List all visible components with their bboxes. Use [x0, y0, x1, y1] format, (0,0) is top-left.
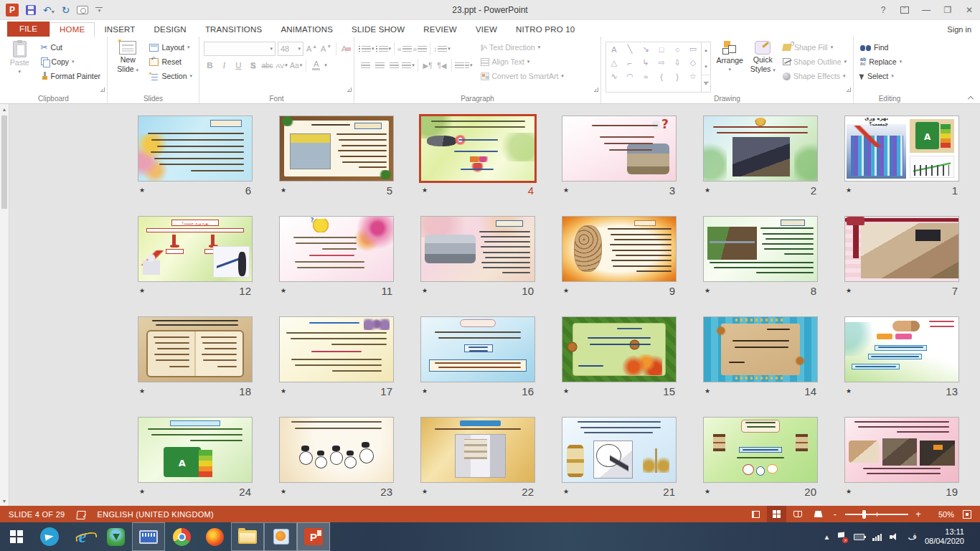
slide-thumbnail-24[interactable]: A: [138, 417, 253, 483]
shape-13[interactable]: ◠: [622, 70, 638, 83]
slide-thumbnail-8[interactable]: [703, 216, 818, 282]
copy-button[interactable]: Copy▾: [39, 55, 103, 69]
shape-2[interactable]: ↘: [638, 42, 654, 56]
reading-view-button[interactable]: [788, 506, 807, 522]
zoom-out-button[interactable]: -: [829, 509, 841, 519]
character-spacing-button[interactable]: AV▾: [275, 59, 288, 72]
save-icon[interactable]: [26, 5, 36, 15]
spell-check-icon[interactable]: [77, 510, 86, 519]
shape-3[interactable]: □: [654, 42, 669, 56]
tab-file[interactable]: FILE: [7, 22, 50, 37]
slide-thumbnail-20[interactable]: [703, 417, 818, 483]
align-right-button[interactable]: [387, 59, 400, 72]
power-icon[interactable]: [854, 534, 864, 540]
cut-button[interactable]: ✂ Cut: [39, 40, 103, 55]
taskbar-chrome[interactable]: [165, 522, 198, 551]
gallery-more-icon[interactable]: ▼: [702, 75, 710, 92]
taskbar-download-manager[interactable]: [99, 522, 132, 551]
slide-thumbnail-4[interactable]: [420, 116, 535, 182]
slide-thumbnail-17[interactable]: [279, 316, 394, 382]
network-signal-icon[interactable]: [872, 533, 882, 541]
taskbar-internet-explorer[interactable]: e: [66, 522, 99, 551]
taskbar-firefox[interactable]: [198, 522, 231, 551]
undo-icon[interactable]: ↶▾: [43, 5, 55, 15]
slide-thumbnail-11[interactable]: ?: [279, 216, 394, 282]
shape-1[interactable]: ╲: [622, 42, 638, 56]
help-button[interactable]: ?: [872, 1, 894, 19]
shape-5[interactable]: ▭: [685, 42, 701, 56]
zoom-in-button[interactable]: +: [913, 509, 924, 519]
shape-14[interactable]: ≈: [638, 70, 654, 83]
normal-view-button[interactable]: [746, 506, 765, 522]
customize-qat-icon[interactable]: ▾: [95, 7, 103, 13]
collapse-ribbon-icon[interactable]: [968, 95, 974, 100]
tab-slide-show[interactable]: SLIDE SHOW: [342, 23, 414, 37]
reset-button[interactable]: Reset: [147, 55, 194, 69]
slide-thumbnail-22[interactable]: [420, 417, 535, 483]
shape-outline-button[interactable]: Shape Outline▾: [781, 55, 849, 69]
font-color-button[interactable]: A: [310, 59, 322, 72]
redo-icon[interactable]: ↻: [62, 5, 70, 15]
slide-thumbnail-13[interactable]: [844, 316, 959, 382]
shrink-font-button[interactable]: A▼: [320, 42, 332, 55]
taskbar-powerpoint[interactable]: P: [297, 522, 330, 551]
section-button[interactable]: Section▾: [147, 69, 194, 83]
find-button[interactable]: Find: [858, 40, 904, 55]
select-button[interactable]: Select▾: [858, 69, 904, 83]
layout-button[interactable]: Layout▾: [147, 40, 194, 55]
minimize-button[interactable]: —: [915, 1, 937, 19]
bold-button[interactable]: B: [204, 59, 216, 72]
volume-icon[interactable]: [890, 533, 900, 541]
slide-thumbnail-2[interactable]: [703, 116, 818, 182]
shape-fill-button[interactable]: Shape Fill▾: [781, 40, 849, 55]
zoom-slider[interactable]: [845, 514, 908, 515]
slide-thumbnail-21[interactable]: [562, 417, 677, 483]
align-center-button[interactable]: [373, 59, 386, 72]
slide-thumbnail-5[interactable]: [279, 116, 394, 182]
taskbar-file-explorer[interactable]: [231, 522, 264, 551]
scroll-down-icon[interactable]: ▼: [0, 496, 9, 506]
tab-view[interactable]: VIEW: [466, 23, 507, 37]
shape-16[interactable]: }: [669, 70, 685, 83]
font-dialog-launcher-icon[interactable]: [347, 87, 352, 93]
shape-effects-button[interactable]: Shape Effects▾: [781, 69, 849, 83]
slideshow-view-button[interactable]: [809, 506, 828, 522]
clear-formatting-button[interactable]: A: [340, 42, 352, 55]
taskbar-onscreen-keyboard[interactable]: [132, 522, 165, 551]
zoom-level[interactable]: 50%: [928, 510, 954, 519]
text-direction-button[interactable]: ∥A Text Direction▾: [479, 40, 566, 55]
bullets-button[interactable]: ▾: [359, 42, 374, 55]
align-text-button[interactable]: Align Text▾: [479, 55, 566, 69]
paste-button[interactable]: Paste ▾: [4, 39, 35, 93]
tab-design[interactable]: DESIGN: [145, 23, 196, 37]
new-slide-button[interactable]: New Slide ▾: [112, 39, 143, 93]
italic-button[interactable]: I: [218, 59, 230, 72]
convert-to-smartart-button[interactable]: Convert to SmartArt▾: [479, 69, 566, 83]
line-spacing-button[interactable]: ↕▾: [433, 42, 451, 55]
tab-nitro-pro-10[interactable]: NITRO PRO 10: [507, 23, 584, 37]
quick-styles-button[interactable]: Quick Styles ▾: [749, 39, 777, 93]
shape-6[interactable]: △: [606, 56, 622, 70]
shape-10[interactable]: ⇩: [669, 56, 685, 70]
shape-9[interactable]: ⇨: [654, 56, 669, 70]
slide-thumbnail-15[interactable]: [562, 316, 677, 382]
justify-button[interactable]: ▾: [402, 59, 415, 72]
font-size-combo[interactable]: 48▾: [278, 42, 303, 56]
shape-11[interactable]: ◇: [685, 56, 701, 70]
slide-thumbnail-12[interactable]: بهره وری چیست؟: [138, 216, 253, 282]
decrease-indent-button[interactable]: «: [397, 42, 412, 55]
underline-button[interactable]: U: [232, 59, 245, 72]
font-name-combo[interactable]: ▾: [204, 42, 275, 56]
action-center-flag-icon[interactable]: [838, 532, 846, 542]
close-button[interactable]: ✕: [958, 1, 980, 19]
strikethrough-button[interactable]: abc: [261, 59, 273, 72]
slide-thumbnail-19[interactable]: [844, 417, 959, 483]
clipboard-dialog-launcher-icon[interactable]: [100, 87, 105, 93]
arrange-button[interactable]: Arrange▾: [715, 39, 745, 93]
change-case-button[interactable]: Aa▾: [290, 59, 302, 72]
shape-0[interactable]: A: [606, 42, 622, 56]
language-indicator[interactable]: ENGLISH (UNITED KINGDOM): [98, 510, 214, 519]
paragraph-dialog-launcher-icon[interactable]: [593, 87, 599, 93]
slide-thumbnail-10[interactable]: [420, 216, 535, 282]
restore-button[interactable]: ❐: [937, 1, 958, 19]
